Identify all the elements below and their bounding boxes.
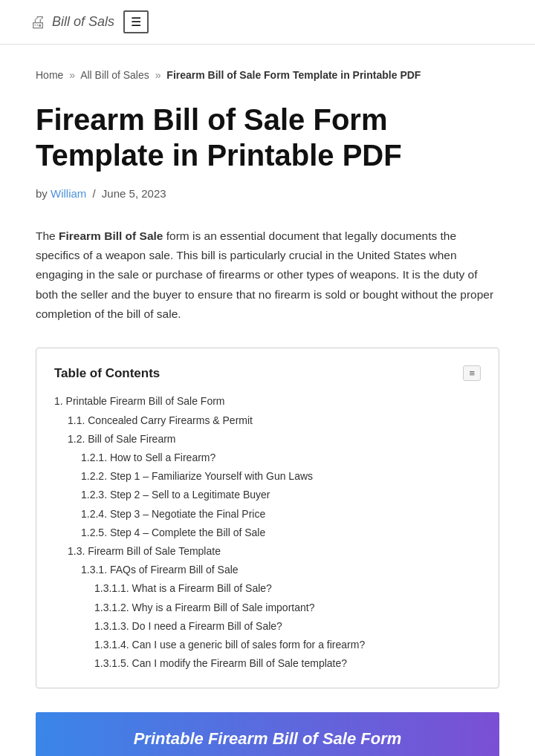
intro-text-before: The bbox=[36, 229, 59, 242]
breadcrumb-current: Firearm Bill of Sale Form Template in Pr… bbox=[166, 69, 421, 81]
breadcrumb-all-bill[interactable]: All Bill of Sales bbox=[80, 69, 149, 81]
logo-icon: 🖨 bbox=[30, 9, 46, 35]
toc-toggle-button[interactable]: ≡ bbox=[463, 365, 481, 381]
page-title: Firearm Bill of Sale Form Template in Pr… bbox=[36, 102, 499, 173]
logo-text: Bill of Sals bbox=[52, 11, 114, 33]
section-banner-text: Printable Firearm Bill of Sale Form bbox=[134, 729, 402, 748]
toc-item[interactable]: 1.3. Firearm Bill of Sale Template bbox=[68, 545, 221, 557]
toc-item[interactable]: 1.3.1.4. Can I use a generic bill of sal… bbox=[94, 639, 365, 651]
toc-list: 1. Printable Firearm Bill of Sale Form1.… bbox=[54, 392, 481, 673]
toc-item[interactable]: 1.3.1. FAQs of Firearm Bill of Sale bbox=[81, 564, 239, 576]
menu-button[interactable]: ☰ bbox=[123, 10, 149, 33]
toc-item[interactable]: 1.3.1.3. Do I need a Firearm Bill of Sal… bbox=[94, 620, 282, 632]
site-header: 🖨 Bill of Sals ☰ bbox=[0, 0, 535, 45]
toc-item[interactable]: 1. Printable Firearm Bill of Sale Form bbox=[54, 395, 225, 407]
byline-prefix: by bbox=[36, 187, 48, 200]
byline: by William / June 5, 2023 bbox=[36, 185, 499, 203]
logo-area: 🖨 Bill of Sals bbox=[30, 9, 114, 35]
main-content: Home » All Bill of Sales » Firearm Bill … bbox=[0, 45, 535, 756]
toc-item[interactable]: 1.3.1.1. What is a Firearm Bill of Sale? bbox=[94, 582, 272, 594]
publish-date: June 5, 2023 bbox=[102, 187, 166, 200]
intro-bold: Firearm Bill of Sale bbox=[59, 229, 163, 242]
toc-item[interactable]: 1.2.1. How to Sell a Firearm? bbox=[81, 452, 215, 463]
toc-header: Table of Contents ≡ bbox=[54, 363, 481, 383]
author-link[interactable]: William bbox=[51, 187, 86, 200]
toc-item[interactable]: 1.3.1.5. Can I modify the Firearm Bill o… bbox=[94, 657, 347, 669]
toc-title: Table of Contents bbox=[54, 363, 160, 383]
toc-item[interactable]: 1.2.5. Step 4 – Complete the Bill of Sal… bbox=[81, 527, 265, 538]
toc-item[interactable]: 1.2. Bill of Sale Firearm bbox=[68, 433, 176, 445]
toc-item[interactable]: 1.3.1.2. Why is a Firearm Bill of Sale i… bbox=[94, 602, 314, 613]
breadcrumb-sep2: » bbox=[155, 69, 161, 81]
intro-paragraph: The Firearm Bill of Sale form is an esse… bbox=[36, 227, 499, 325]
byline-sep: / bbox=[93, 187, 96, 200]
toc-item[interactable]: 1.1. Concealed Carry Firearms & Permit bbox=[68, 414, 253, 426]
table-of-contents: Table of Contents ≡ 1. Printable Firearm… bbox=[36, 348, 499, 688]
toc-item[interactable]: 1.2.3. Step 2 – Sell to a Legitimate Buy… bbox=[81, 489, 270, 501]
toc-item[interactable]: 1.2.2. Step 1 – Familiarize Yourself wit… bbox=[81, 470, 313, 482]
breadcrumb: Home » All Bill of Sales » Firearm Bill … bbox=[36, 67, 499, 83]
breadcrumb-home[interactable]: Home bbox=[36, 69, 63, 81]
breadcrumb-sep1: » bbox=[69, 69, 75, 81]
intro-text-after: form is an essential document that legal… bbox=[36, 229, 493, 320]
section-banner: Printable Firearm Bill of Sale Form bbox=[36, 712, 499, 756]
toc-item[interactable]: 1.2.4. Step 3 – Negotiate the Final Pric… bbox=[81, 508, 265, 520]
